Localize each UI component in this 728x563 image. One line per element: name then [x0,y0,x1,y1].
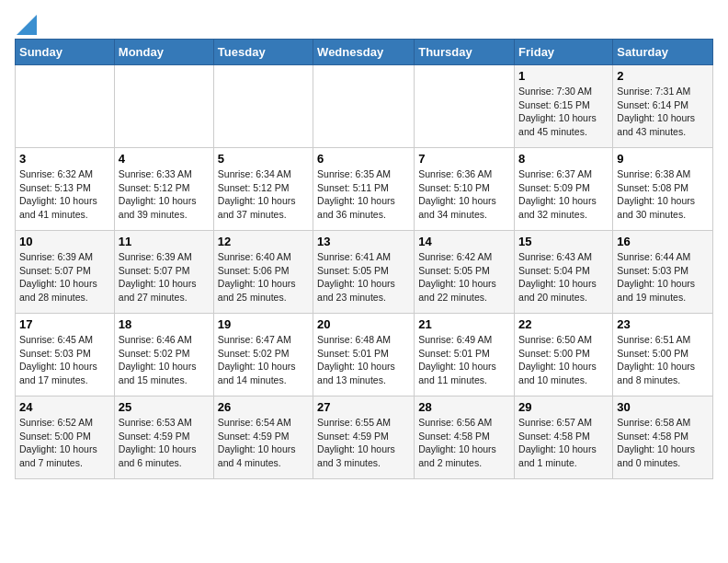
calendar-body: 1Sunrise: 7:30 AMSunset: 6:15 PMDaylight… [16,65,713,479]
day-info-text: Daylight: 10 hours and 20 minutes. [518,277,609,304]
day-number: 18 [119,317,210,331]
calendar-cell: 7Sunrise: 6:36 AMSunset: 5:10 PMDaylight… [415,148,515,231]
day-info-text: Sunset: 5:08 PM [617,181,709,195]
day-header-wednesday: Wednesday [313,40,415,65]
day-number: 4 [119,152,210,166]
day-info-text: Daylight: 10 hours and 41 minutes. [19,194,110,221]
day-header-saturday: Saturday [613,40,713,65]
header [15,15,713,31]
day-info-text: Daylight: 10 hours and 23 minutes. [317,277,410,304]
calendar-cell: 12Sunrise: 6:40 AMSunset: 5:06 PMDayligh… [213,231,313,314]
day-info-text: Sunrise: 6:33 AM [119,167,210,181]
calendar-cell: 16Sunrise: 6:44 AMSunset: 5:03 PMDayligh… [613,231,713,314]
day-info-text: Sunrise: 6:48 AM [317,333,410,347]
day-info-text: Sunrise: 6:57 AM [518,416,609,430]
day-info-text: Sunrise: 6:45 AM [19,333,110,347]
day-header-tuesday: Tuesday [213,40,313,65]
calendar-cell: 20Sunrise: 6:48 AMSunset: 5:01 PMDayligh… [313,314,415,396]
day-number: 24 [19,400,110,414]
day-number: 8 [518,152,609,166]
day-info-text: Sunset: 5:12 PM [119,181,210,195]
day-info-text: Sunrise: 6:50 AM [518,333,609,347]
day-number: 16 [617,235,709,248]
day-info-text: Sunrise: 6:35 AM [317,167,410,181]
day-info-text: Sunrise: 6:54 AM [218,416,309,430]
day-number: 3 [19,152,110,166]
calendar-cell: 4Sunrise: 6:33 AMSunset: 5:12 PMDaylight… [114,148,213,231]
calendar-week-row: 10Sunrise: 6:39 AMSunset: 5:07 PMDayligh… [16,231,713,314]
day-number: 6 [317,152,410,166]
day-info-text: Daylight: 10 hours and 15 minutes. [119,360,210,386]
day-info-text: Sunset: 4:59 PM [119,430,210,443]
day-info-text: Sunset: 5:02 PM [218,347,309,361]
day-number: 19 [218,317,309,331]
calendar-cell: 18Sunrise: 6:46 AMSunset: 5:02 PMDayligh… [114,314,213,396]
day-info-text: Sunset: 6:14 PM [617,98,709,112]
calendar-cell: 22Sunrise: 6:50 AMSunset: 5:00 PMDayligh… [515,314,613,396]
day-info-text: Daylight: 10 hours and 43 minutes. [617,111,709,138]
calendar-cell: 14Sunrise: 6:42 AMSunset: 5:05 PMDayligh… [415,231,515,314]
day-number: 11 [119,235,210,248]
calendar-cell: 28Sunrise: 6:56 AMSunset: 4:58 PMDayligh… [415,396,515,479]
day-info-text: Sunrise: 6:37 AM [518,167,609,181]
calendar-cell: 11Sunrise: 6:39 AMSunset: 5:07 PMDayligh… [114,231,213,314]
calendar-cell [415,65,515,148]
calendar-week-row: 3Sunrise: 6:32 AMSunset: 5:13 PMDaylight… [16,148,713,231]
calendar-cell [213,65,313,148]
day-info-text: Daylight: 10 hours and 3 minutes. [317,442,410,469]
day-info-text: Sunrise: 6:40 AM [218,250,309,264]
calendar-week-row: 24Sunrise: 6:52 AMSunset: 5:00 PMDayligh… [16,396,713,479]
day-number: 5 [218,152,309,166]
day-number: 26 [218,400,309,414]
day-number: 28 [418,400,510,414]
day-number: 13 [317,235,410,248]
calendar-cell: 21Sunrise: 6:49 AMSunset: 5:01 PMDayligh… [415,314,515,396]
day-info-text: Sunrise: 6:41 AM [317,250,410,264]
day-number: 15 [518,235,609,248]
day-info-text: Daylight: 10 hours and 34 minutes. [418,194,510,221]
calendar-cell: 30Sunrise: 6:58 AMSunset: 4:58 PMDayligh… [613,396,713,479]
day-info-text: Sunrise: 6:49 AM [418,333,510,347]
day-info-text: Sunrise: 6:46 AM [119,333,210,347]
calendar-cell: 25Sunrise: 6:53 AMSunset: 4:59 PMDayligh… [114,396,213,479]
calendar-week-row: 17Sunrise: 6:45 AMSunset: 5:03 PMDayligh… [16,314,713,396]
day-info-text: Sunset: 5:12 PM [218,181,309,195]
calendar-cell: 29Sunrise: 6:57 AMSunset: 4:58 PMDayligh… [515,396,613,479]
day-info-text: Daylight: 10 hours and 28 minutes. [19,277,110,304]
calendar-cell [16,65,115,148]
logo [15,15,37,31]
day-number: 7 [418,152,510,166]
day-info-text: Daylight: 10 hours and 10 minutes. [518,360,609,386]
day-info-text: Sunrise: 6:39 AM [119,250,210,264]
day-info-text: Sunrise: 6:52 AM [19,416,110,430]
day-info-text: Sunrise: 6:36 AM [418,167,510,181]
calendar-cell: 17Sunrise: 6:45 AMSunset: 5:03 PMDayligh… [16,314,115,396]
day-info-text: Daylight: 10 hours and 27 minutes. [119,277,210,304]
day-info-text: Daylight: 10 hours and 37 minutes. [218,194,309,221]
calendar-cell: 10Sunrise: 6:39 AMSunset: 5:07 PMDayligh… [16,231,115,314]
calendar-cell: 2Sunrise: 7:31 AMSunset: 6:14 PMDaylight… [613,65,713,148]
calendar-table: SundayMondayTuesdayWednesdayThursdayFrid… [15,39,713,479]
day-info-text: Daylight: 10 hours and 4 minutes. [218,442,309,469]
day-number: 29 [518,400,609,414]
day-number: 20 [317,317,410,331]
calendar-cell: 3Sunrise: 6:32 AMSunset: 5:13 PMDaylight… [16,148,115,231]
day-info-text: Sunset: 5:02 PM [119,347,210,361]
day-info-text: Sunset: 4:59 PM [218,430,309,443]
day-info-text: Daylight: 10 hours and 36 minutes. [317,194,410,221]
day-info-text: Sunset: 5:05 PM [418,264,510,278]
day-info-text: Sunrise: 7:30 AM [518,85,609,98]
day-number: 12 [218,235,309,248]
day-info-text: Daylight: 10 hours and 22 minutes. [418,277,510,304]
day-info-text: Daylight: 10 hours and 30 minutes. [617,194,709,221]
day-info-text: Sunrise: 6:44 AM [617,250,709,264]
logo-icon [17,15,37,35]
day-info-text: Daylight: 10 hours and 7 minutes. [19,442,110,469]
day-info-text: Daylight: 10 hours and 2 minutes. [418,442,510,469]
calendar-cell: 9Sunrise: 6:38 AMSunset: 5:08 PMDaylight… [613,148,713,231]
day-info-text: Sunset: 5:00 PM [518,347,609,361]
day-number: 1 [518,69,609,83]
day-info-text: Sunset: 5:10 PM [418,181,510,195]
day-info-text: Sunset: 6:15 PM [518,98,609,112]
calendar-cell: 23Sunrise: 6:51 AMSunset: 5:00 PMDayligh… [613,314,713,396]
